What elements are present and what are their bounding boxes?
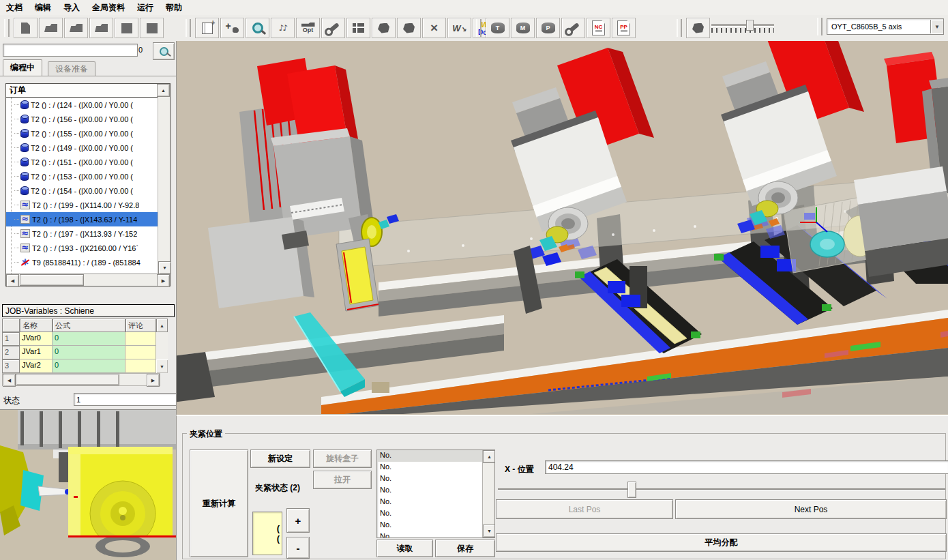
profile-shape-2-button[interactable]: [397, 18, 421, 38]
menu-run[interactable]: 运行: [131, 2, 160, 14]
slider-thumb[interactable]: [627, 482, 636, 498]
scrollbar-thumb[interactable]: [16, 374, 119, 385]
list-vertical-scrollbar[interactable]: ▲ ▼: [482, 450, 494, 537]
new-setting-button[interactable]: 新设定: [250, 450, 310, 468]
list-item[interactable]: No.: [377, 531, 482, 537]
pull-open-button[interactable]: 拉开: [313, 471, 372, 489]
open-project-button[interactable]: [64, 18, 88, 38]
tree-item[interactable]: T2 () : / (197 - (|X113.93 / Y-152: [6, 226, 170, 241]
toolbar-gripper[interactable]: [817, 18, 823, 35]
tree-item[interactable]: T2 () : / (154 - (|X0.00 / Y0.00 (: [6, 183, 170, 198]
slider-thumb[interactable]: [746, 20, 754, 31]
optimize-button[interactable]: Opt: [296, 18, 320, 38]
scroll-down-icon[interactable]: ▼: [158, 261, 171, 274]
delete-button[interactable]: ×: [422, 18, 446, 38]
tree-item[interactable]: T2 () : / (155 - (|X0.00 / Y0.00 (: [6, 126, 170, 141]
menu-file[interactable]: 文档: [0, 2, 29, 14]
cell-formula[interactable]: 0: [53, 346, 125, 359]
x-position-input[interactable]: [545, 460, 948, 474]
tree-item[interactable]: T2 () : / (199 - (|X114.00 / Y-92.8: [6, 198, 170, 212]
matrix-button[interactable]: [346, 18, 370, 38]
read-button[interactable]: 读取: [376, 540, 433, 557]
recalculate-button[interactable]: 重新计算: [190, 450, 248, 557]
list-item[interactable]: No.: [377, 473, 482, 485]
menu-edit[interactable]: 编辑: [29, 2, 57, 14]
list-item[interactable]: No.: [377, 497, 482, 508]
tree-vertical-scrollbar[interactable]: ▼: [158, 97, 170, 274]
scroll-down-icon[interactable]: ▼: [156, 359, 168, 373]
open-file-button[interactable]: [89, 18, 113, 38]
cell-formula[interactable]: 0: [53, 359, 125, 373]
status-input[interactable]: [74, 393, 177, 406]
clamp-state-field[interactable]: ( (: [252, 512, 282, 555]
machining-tools-button[interactable]: [321, 18, 345, 38]
tree-item[interactable]: T2 () : / (193 - (|X2160.00 / Y16`: [6, 241, 170, 255]
toolbar-gripper[interactable]: [476, 19, 482, 37]
scroll-left-icon[interactable]: ◀: [6, 274, 19, 287]
open-order-button[interactable]: [39, 18, 63, 38]
tool-magazine-m-button[interactable]: M: [511, 18, 535, 38]
toolbar-gripper[interactable]: [186, 19, 191, 37]
tab-programming[interactable]: 编程中: [3, 59, 42, 76]
next-pos-button[interactable]: Next Pos: [675, 499, 947, 519]
main-3d-viewport[interactable]: [176, 41, 948, 415]
tree-item[interactable]: T2 () : / (149 - (|X0.00 / Y0.00 (: [6, 141, 170, 155]
list-item[interactable]: No.: [377, 462, 482, 473]
tree-item[interactable]: T2 () : / (151 - (|X0.00 / Y0.00 (: [6, 155, 170, 169]
toolpath-button[interactable]: W↘: [447, 18, 471, 38]
x-position-slider[interactable]: [498, 482, 945, 497]
edit-sequence-button[interactable]: ♪♪: [271, 18, 295, 38]
toolbar-gripper[interactable]: [677, 19, 682, 37]
add-profile-button[interactable]: [220, 18, 244, 38]
scroll-up-icon[interactable]: ▲: [483, 450, 495, 463]
cell-name[interactable]: JVar1: [20, 346, 53, 359]
setup-button[interactable]: [561, 18, 585, 38]
decrement-button[interactable]: -: [286, 537, 310, 559]
list-item[interactable]: No.: [377, 450, 482, 462]
tree-item[interactable]: T9 (85188411) : / (189 - (851884: [6, 255, 170, 269]
tree-item[interactable]: T2 () : / (124 - (|X0.00 / Y0.00 (: [6, 98, 170, 112]
scroll-up-icon[interactable]: ▲: [157, 84, 170, 97]
search-button[interactable]: [153, 42, 175, 60]
tool-magazine-t-button[interactable]: T: [486, 18, 509, 38]
distribute-evenly-button[interactable]: 平均分配: [496, 533, 947, 552]
increment-button[interactable]: +: [286, 508, 310, 533]
mini-3d-preview[interactable]: [0, 409, 176, 560]
table-horizontal-scrollbar[interactable]: ◀▶: [2, 373, 172, 386]
cell-name[interactable]: JVar0: [20, 332, 53, 346]
simulation-speed-slider[interactable]: [711, 24, 774, 33]
tab-machine-setup[interactable]: 设备准备: [48, 61, 95, 76]
save-all-button[interactable]: [140, 18, 164, 38]
zoom-button[interactable]: [246, 18, 269, 38]
postprocessor-button[interactable]: PP: [612, 18, 636, 38]
menu-help[interactable]: 帮助: [160, 2, 188, 14]
scroll-left-icon[interactable]: ◀: [3, 374, 16, 387]
tool-magazine-p-button[interactable]: P: [536, 18, 560, 38]
cell-name[interactable]: JVar2: [20, 359, 53, 373]
list-item[interactable]: No.: [377, 508, 482, 520]
nc-file-button[interactable]: NC: [587, 18, 610, 38]
menu-import[interactable]: 导入: [57, 2, 86, 14]
cell-comment[interactable]: [125, 359, 156, 373]
tree-horizontal-scrollbar[interactable]: ◀ ▶: [6, 274, 170, 286]
search-input[interactable]: [3, 44, 138, 57]
new-document-button[interactable]: [14, 18, 38, 38]
list-item[interactable]: No.: [377, 520, 482, 531]
scrollbar-thumb[interactable]: [20, 274, 84, 286]
save-button[interactable]: [115, 18, 138, 38]
save-button[interactable]: 保存: [435, 540, 495, 557]
cell-comment[interactable]: [125, 346, 156, 359]
menu-global-data[interactable]: 全局资料: [86, 2, 131, 14]
tree-item[interactable]: T2 () : / (156 - (|X0.00 / Y0.00 (: [6, 112, 170, 126]
rotate-box-button[interactable]: 旋转盒子: [313, 450, 372, 468]
scroll-right-icon[interactable]: ▶: [157, 274, 170, 287]
list-item[interactable]: No.: [377, 485, 482, 497]
scroll-up-icon[interactable]: ▲: [156, 319, 168, 332]
cell-formula[interactable]: 0: [53, 332, 125, 346]
clamp-position-list[interactable]: No. No. No. No. No. No. No. No. ▲ ▼: [376, 450, 495, 538]
last-pos-button[interactable]: Last Pos: [496, 499, 673, 519]
tree-item-selected[interactable]: T2 () : / (198 - (|X143.63 / Y-114: [6, 212, 170, 226]
machine-selector[interactable]: OYT_C8605B_5 axis ▼: [827, 18, 944, 35]
chevron-down-icon[interactable]: ▼: [930, 20, 943, 33]
scroll-right-icon[interactable]: ▶: [147, 374, 160, 387]
